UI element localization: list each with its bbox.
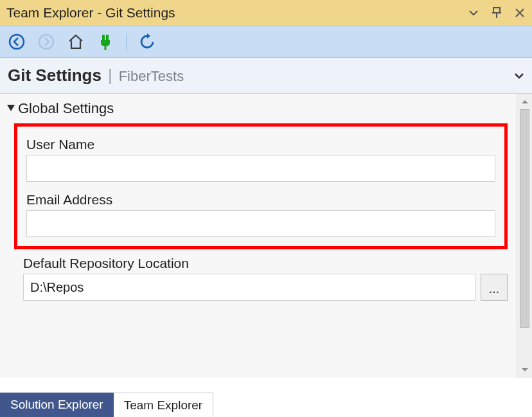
page-header: Git Settings | FiberTests xyxy=(0,58,532,94)
bottom-tabs: Solution Explorer Team Explorer xyxy=(0,393,213,417)
connect-button[interactable] xyxy=(94,30,117,53)
username-input[interactable] xyxy=(26,155,495,182)
window-titlebar: Team Explorer - Git Settings xyxy=(0,0,532,26)
home-button[interactable] xyxy=(64,30,87,53)
window-controls xyxy=(466,6,527,20)
svg-rect-6 xyxy=(106,35,109,40)
highlighted-fields: User Name Email Address xyxy=(14,123,508,249)
scrollbar-thumb[interactable] xyxy=(520,109,529,328)
vertical-scrollbar[interactable] xyxy=(517,94,532,378)
tab-solution-explorer[interactable]: Solution Explorer xyxy=(0,393,114,417)
scroll-down-icon[interactable] xyxy=(517,362,532,378)
toolbar xyxy=(0,26,532,58)
window-title: Team Explorer - Git Settings xyxy=(6,5,175,21)
close-icon[interactable] xyxy=(513,6,527,20)
back-button[interactable] xyxy=(5,30,28,53)
pin-icon[interactable] xyxy=(490,6,504,20)
tab-team-explorer[interactable]: Team Explorer xyxy=(114,393,214,417)
window-menu-icon[interactable] xyxy=(466,6,481,20)
email-label: Email Address xyxy=(26,192,495,208)
svg-point-4 xyxy=(39,35,53,49)
refresh-button[interactable] xyxy=(136,30,159,53)
svg-rect-0 xyxy=(493,8,500,13)
svg-rect-5 xyxy=(102,35,105,40)
scrollbar-track[interactable] xyxy=(517,109,532,362)
repo-location-label: Default Repository Location xyxy=(23,256,508,271)
header-separator: | xyxy=(108,66,112,85)
content-area: Global Settings User Name Email Address … xyxy=(0,94,517,378)
header-dropdown-icon[interactable] xyxy=(514,70,524,82)
username-label: User Name xyxy=(26,137,495,152)
forward-button xyxy=(35,30,58,53)
collapse-icon xyxy=(6,103,15,114)
section-header[interactable]: Global Settings xyxy=(0,100,517,117)
repo-location-input[interactable] xyxy=(23,274,475,301)
toolbar-separator xyxy=(126,33,127,51)
email-input[interactable] xyxy=(26,210,495,237)
project-name: FiberTests xyxy=(119,68,184,85)
page-title: Git Settings xyxy=(8,66,102,85)
svg-point-3 xyxy=(10,35,24,49)
repo-location-block: Default Repository Location ... xyxy=(23,256,508,301)
scroll-up-icon[interactable] xyxy=(517,94,532,109)
browse-button[interactable]: ... xyxy=(481,274,508,301)
section-title: Global Settings xyxy=(18,100,114,117)
